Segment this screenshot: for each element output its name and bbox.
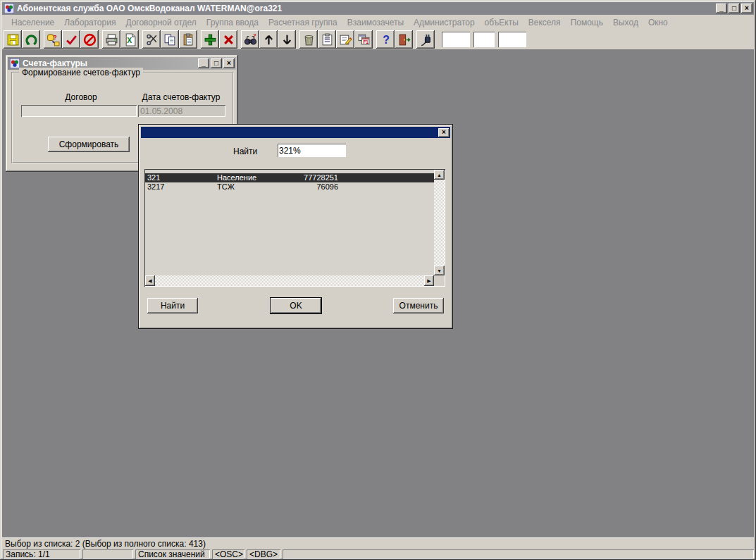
print-icon — [105, 33, 118, 46]
toolbar-commit-button[interactable] — [62, 30, 80, 49]
toolbar-trash-button[interactable] — [299, 30, 318, 49]
save-icon — [6, 33, 20, 46]
scrollbar-corner — [434, 275, 445, 286]
main-titlebar[interactable]: Абонентская служба ОАО ОмскВодоканал WAT… — [2, 2, 754, 15]
menu-item-12[interactable]: Окно — [643, 17, 673, 28]
menu-item-10[interactable]: Помощь — [566, 17, 608, 28]
excel-icon: X — [123, 33, 137, 46]
menu-item-6[interactable]: Взаимозачеты — [342, 17, 409, 28]
close-button[interactable]: × — [741, 4, 752, 13]
find-label: Найти — [233, 147, 257, 156]
status-bar: Запись: 1/1 Список значений <OSC> <DBG> — [2, 549, 754, 559]
svg-text:F1: F1 — [363, 39, 368, 44]
cut-icon — [145, 33, 159, 46]
toolbar-cascade-button[interactable]: F1 — [354, 30, 373, 49]
invoice-minimize-button[interactable]: _ — [198, 58, 209, 68]
toolbar-plug-button[interactable] — [416, 30, 435, 49]
help-icon: ? — [379, 33, 392, 46]
toolbar-note-button[interactable] — [336, 30, 354, 49]
date-label: Дата счетов-фактур — [138, 92, 224, 102]
status-dbg: <DBG> — [247, 549, 280, 559]
commit-icon — [65, 33, 78, 46]
menu-item-5[interactable]: Расчетная группа — [264, 17, 342, 28]
invoice-window-controls: _ □ × — [198, 58, 235, 68]
row-name: Население — [217, 173, 287, 182]
toolbar-block-button[interactable] — [80, 30, 99, 49]
value-list: 321Население777282513217ТСЖ76096 ▲ ▼ ◀ ▶ — [144, 169, 445, 287]
minimize-button[interactable]: _ — [716, 4, 727, 13]
lov-find-button[interactable]: Найти — [147, 298, 198, 313]
find-input[interactable] — [278, 144, 346, 157]
invoice-close-button[interactable]: × — [223, 58, 235, 68]
toolbar-find-button[interactable]: ? — [241, 30, 259, 49]
row-value: 76096 — [287, 182, 338, 192]
status-cell-rest — [283, 549, 754, 559]
toolbar-copy-button[interactable] — [161, 30, 179, 49]
app-icon — [4, 4, 14, 13]
toolbar-group — [416, 30, 435, 49]
toolbar-excel-button[interactable]: X — [120, 30, 139, 49]
scroll-right-icon[interactable]: ▶ — [424, 275, 434, 286]
toolbar-help-button[interactable]: ? — [376, 30, 395, 49]
window-title: Абонентская служба ОАО ОмскВодоканал WAT… — [17, 4, 282, 13]
toolbar-insert-button[interactable] — [201, 30, 219, 49]
window-controls: _ □ × — [716, 4, 752, 13]
menu-item-7[interactable]: Администратор — [409, 17, 480, 28]
value-list-rows: 321Население777282513217ТСЖ76096 — [145, 170, 434, 275]
horizontal-scrollbar[interactable]: ◀ ▶ — [145, 275, 434, 286]
vertical-scrollbar[interactable]: ▲ ▼ — [434, 170, 445, 275]
block-icon — [83, 33, 97, 46]
toolbar-print-button[interactable] — [102, 30, 120, 49]
svg-text:X: X — [127, 36, 132, 44]
up-icon — [262, 33, 275, 46]
lov-cancel-button[interactable]: Отменить — [393, 298, 444, 313]
lov-ok-button[interactable]: OK — [271, 298, 321, 313]
query-icon: ? — [47, 33, 60, 46]
exit-icon — [397, 33, 411, 46]
contract-input[interactable] — [21, 105, 137, 117]
menu-item-3[interactable]: Договорной отдел — [120, 17, 201, 28]
find-icon: ? — [244, 33, 257, 46]
scroll-left-icon[interactable]: ◀ — [145, 275, 155, 286]
clipboard-icon — [321, 33, 334, 46]
scroll-up-icon[interactable]: ▲ — [434, 170, 445, 180]
generate-button[interactable]: Сформировать — [48, 137, 130, 152]
toolbar-exit-button[interactable] — [395, 30, 413, 49]
status-osc: <OSC> — [212, 549, 244, 559]
copy-icon — [163, 33, 177, 46]
toolbar-query-button[interactable]: ? — [44, 30, 62, 49]
menu-item-9[interactable]: Векселя — [523, 17, 566, 28]
scroll-down-icon[interactable]: ▼ — [434, 266, 445, 275]
date-input[interactable] — [138, 105, 225, 117]
cascade-icon: F1 — [357, 33, 371, 46]
toolbar-group — [201, 30, 237, 49]
toolbar-down-button[interactable] — [278, 30, 296, 49]
list-row[interactable]: 321Население77728251 — [145, 173, 434, 182]
menu-bar: НаселениеЛабораторияДоговорной отделГруп… — [2, 15, 754, 29]
menu-item-8[interactable]: объЕкты — [480, 17, 523, 28]
menu-item-4[interactable]: Группа ввода — [202, 17, 264, 28]
lov-dialog: × Найти 321Население777282513217ТСЖ76096… — [138, 124, 453, 329]
toolbar-field-2[interactable] — [473, 32, 495, 47]
toolbar-rollback-button[interactable] — [22, 30, 40, 49]
toolbar-field-3[interactable] — [498, 32, 526, 47]
toolbar-clipboard-button[interactable] — [318, 30, 336, 49]
toolbar-up-button[interactable] — [259, 30, 278, 49]
lov-close-button[interactable]: × — [438, 128, 450, 137]
toolbar-save-button[interactable] — [4, 30, 22, 49]
status-cell-empty — [82, 549, 133, 559]
toolbar-field-1[interactable] — [442, 32, 470, 47]
row-code: 321 — [147, 173, 217, 182]
note-icon — [339, 33, 352, 46]
toolbar-delete-button[interactable] — [219, 30, 237, 49]
list-row[interactable]: 3217ТСЖ76096 — [145, 182, 434, 192]
toolbar-cut-button[interactable] — [142, 30, 161, 49]
maximize-button[interactable]: □ — [729, 4, 740, 13]
toolbar: ?X?F1? — [2, 30, 754, 49]
menu-item-11[interactable]: Выход — [608, 17, 643, 28]
menu-item-1[interactable]: Население — [6, 17, 59, 28]
invoice-maximize-button[interactable]: □ — [211, 58, 222, 68]
lov-titlebar[interactable]: × — [141, 127, 450, 138]
menu-item-2[interactable]: Лаборатория — [59, 17, 120, 28]
toolbar-paste-button[interactable] — [179, 30, 197, 49]
